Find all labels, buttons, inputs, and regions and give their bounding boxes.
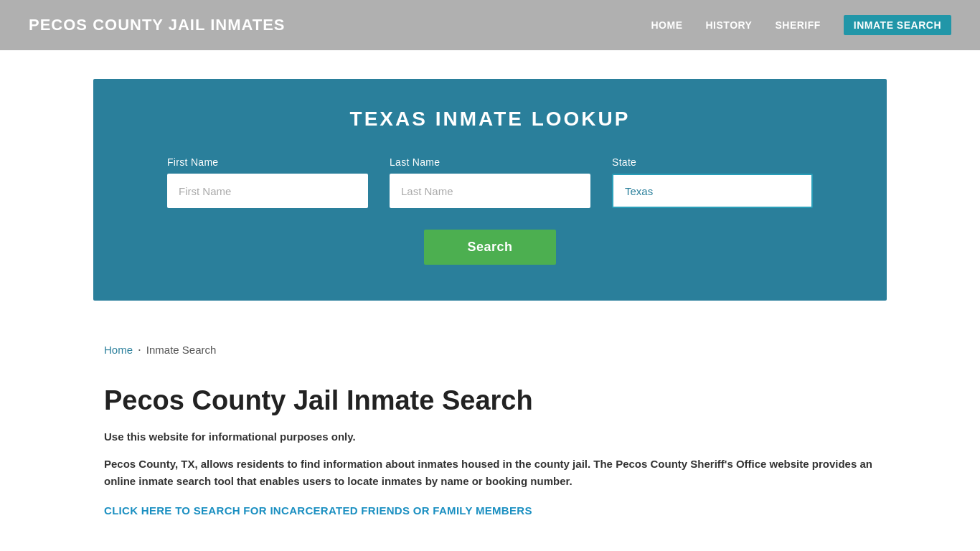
last-name-field-group: Last Name: [390, 156, 590, 208]
description-text: Pecos County, TX, allows residents to fi…: [104, 456, 876, 490]
breadcrumb-home-link[interactable]: Home: [104, 344, 133, 356]
search-hero-title: TEXAS INMATE LOOKUP: [136, 108, 844, 131]
last-name-input[interactable]: [390, 174, 590, 208]
nav-link-home[interactable]: HOME: [651, 19, 683, 31]
nav-link-history[interactable]: HISTORY: [706, 19, 753, 31]
breadcrumb: Home • Inmate Search: [0, 329, 980, 370]
breadcrumb-current: Inmate Search: [146, 344, 217, 356]
search-hero: TEXAS INMATE LOOKUP First Name Last Name…: [93, 79, 887, 301]
nav-item-sheriff: SHERIFF: [775, 19, 820, 32]
nav-menu: HOMEHISTORYSHERIFFINMATE SEARCH: [651, 19, 952, 32]
nav-item-home: HOME: [651, 19, 683, 32]
breadcrumb-separator: •: [138, 347, 141, 353]
main-nav: HOMEHISTORYSHERIFFINMATE SEARCH: [651, 19, 952, 32]
main-content: Pecos County Jail Inmate Search Use this…: [0, 370, 980, 546]
nav-link-inmate-search[interactable]: INMATE SEARCH: [844, 15, 951, 35]
first-name-label: First Name: [167, 156, 368, 168]
search-fields: First Name Last Name State: [136, 156, 844, 208]
site-header: PECOS COUNTY JAIL INMATES HOMEHISTORYSHE…: [0, 0, 980, 50]
nav-item-inmate-search: INMATE SEARCH: [844, 19, 951, 32]
state-label: State: [612, 156, 813, 168]
site-title: PECOS COUNTY JAIL INMATES: [29, 16, 286, 34]
search-button[interactable]: Search: [424, 230, 555, 265]
page-title: Pecos County Jail Inmate Search: [104, 385, 876, 418]
first-name-input[interactable]: [167, 174, 368, 208]
search-button-row: Search: [136, 230, 844, 265]
last-name-label: Last Name: [390, 156, 590, 168]
state-input[interactable]: [612, 174, 813, 208]
cta-link[interactable]: CLICK HERE to Search for Incarcerated Fr…: [104, 504, 532, 517]
disclaimer-text: Use this website for informational purpo…: [104, 430, 876, 443]
state-field-group: State: [612, 156, 813, 208]
first-name-field-group: First Name: [167, 156, 368, 208]
nav-item-history: HISTORY: [706, 19, 753, 32]
nav-link-sheriff[interactable]: SHERIFF: [775, 19, 820, 31]
